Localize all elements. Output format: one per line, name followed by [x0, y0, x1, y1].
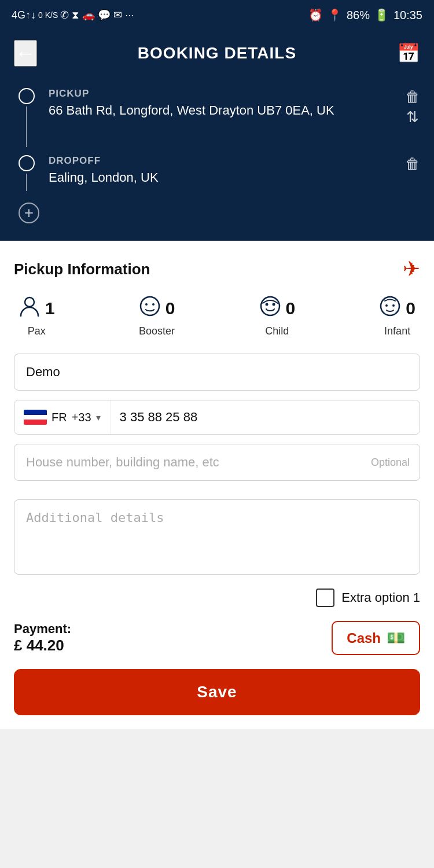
cash-label: Cash	[347, 630, 381, 646]
pax-count: 1	[45, 299, 55, 318]
pickup-row: PICKUP 66 Bath Rd, Longford, West Drayto…	[14, 88, 420, 149]
dropoff-info: DROPOFF Ealing, London, UK	[49, 155, 396, 187]
page-title: BOOKING DETAILS	[138, 44, 296, 62]
battery-icon: 🔋	[374, 8, 389, 22]
booster-icon-count: 0	[139, 295, 175, 322]
child-label: Child	[265, 325, 289, 337]
child-icon-count: 0	[259, 295, 296, 322]
svg-point-6	[272, 303, 275, 306]
svg-point-8	[385, 304, 388, 307]
plane-icon: ✈	[403, 257, 420, 281]
status-left: 4G↑↓ 0 K/S ✆ ⧗ 🚗 💬 ✉ ···	[12, 9, 134, 21]
pickup-info-header: Pickup Information ✈	[14, 257, 420, 281]
infant-count: 0	[406, 299, 415, 318]
pax-face-icon	[19, 295, 41, 322]
phone-dial-code: +33	[72, 411, 91, 424]
pickup-info-title: Pickup Information	[14, 260, 150, 278]
phone-input[interactable]	[111, 400, 420, 434]
phone-row: FR +33 ▾	[14, 400, 420, 435]
pax-icon-count: 1	[19, 295, 55, 322]
swap-button[interactable]: ⇅	[406, 108, 419, 126]
france-flag	[24, 410, 47, 425]
pickup-dot-inner	[24, 93, 30, 99]
infant-icon-count: 0	[379, 295, 415, 322]
payment-amount: £ 44.20	[14, 637, 71, 654]
svg-point-9	[392, 304, 395, 307]
misc-icons: ✆ ⧗ 🚗 💬 ✉ ···	[60, 9, 134, 21]
svg-point-4	[261, 297, 279, 315]
dropoff-address: Ealing, London, UK	[49, 169, 396, 187]
booster-count: 0	[165, 299, 175, 318]
booster-face-icon	[139, 295, 161, 322]
dropoff-dot-inner	[24, 160, 30, 166]
dropoff-delete-button[interactable]: 🗑	[405, 155, 420, 173]
dropoff-label: DROPOFF	[49, 155, 396, 167]
save-button[interactable]: Save	[14, 669, 420, 715]
pickup-info: PICKUP 66 Bath Rd, Longford, West Drayto…	[49, 88, 396, 120]
name-input[interactable]	[14, 354, 420, 391]
calendar-icon[interactable]: 📅	[397, 42, 420, 64]
svg-point-0	[25, 297, 34, 307]
pax-label: Pax	[28, 325, 46, 337]
phone-country-selector[interactable]: FR +33 ▾	[14, 400, 111, 434]
booster-label: Booster	[139, 325, 175, 337]
additional-details-input[interactable]	[14, 499, 420, 575]
route-section: PICKUP 66 Bath Rd, Longford, West Drayto…	[0, 76, 434, 241]
payment-row: Payment: £ 44.20 Cash 💵	[14, 621, 420, 655]
back-button[interactable]: ←	[14, 40, 37, 67]
location-icon: 📍	[328, 8, 342, 22]
cash-icon: 💵	[387, 629, 405, 647]
pickup-address: 66 Bath Rd, Longford, West Drayton UB7 0…	[49, 102, 396, 120]
payment-label: Payment:	[14, 621, 71, 637]
extra-option-row: Extra option 1	[14, 589, 420, 607]
dropoff-dot-col	[14, 155, 39, 193]
route-line-2	[26, 174, 27, 191]
house-input[interactable]	[14, 444, 420, 481]
svg-point-1	[141, 297, 159, 315]
header: ← BOOKING DETAILS 📅	[0, 30, 434, 76]
battery-percent: 86%	[347, 9, 370, 22]
passenger-booster[interactable]: 0 Booster	[139, 295, 175, 337]
alarm-icon: ⏰	[308, 8, 323, 22]
infant-face-icon	[379, 295, 401, 322]
speed-indicator: 0 K/S	[38, 10, 58, 20]
pickup-delete-button[interactable]: 🗑	[405, 88, 420, 106]
payment-info: Payment: £ 44.20	[14, 621, 71, 654]
dropoff-row: DROPOFF Ealing, London, UK 🗑	[14, 155, 420, 193]
status-bar: 4G↑↓ 0 K/S ✆ ⧗ 🚗 💬 ✉ ··· ⏰ 📍 86% 🔋 10:35	[0, 0, 434, 30]
svg-point-3	[152, 303, 155, 306]
child-face-icon	[259, 295, 281, 322]
phone-country-code: FR	[52, 411, 67, 424]
phone-dropdown-arrow: ▾	[96, 412, 101, 423]
white-section: Pickup Information ✈ 1 Pax	[0, 241, 434, 729]
pickup-label: PICKUP	[49, 88, 396, 100]
passenger-infant[interactable]: 0 Infant	[379, 295, 415, 337]
optional-label: Optional	[371, 457, 410, 469]
svg-point-2	[145, 303, 148, 306]
route-line-1	[26, 106, 27, 147]
passenger-child[interactable]: 0 Child	[259, 295, 296, 337]
passengers-row: 1 Pax 0 Booster	[14, 295, 420, 337]
dropoff-dot	[19, 155, 35, 171]
cash-payment-button[interactable]: Cash 💵	[332, 621, 420, 655]
infant-label: Infant	[384, 325, 410, 337]
add-stop-button[interactable]: +	[19, 203, 39, 223]
child-count: 0	[286, 299, 296, 318]
extra-option-checkbox[interactable]	[316, 589, 334, 607]
passenger-pax[interactable]: 1 Pax	[19, 295, 55, 337]
time-display: 10:35	[393, 9, 422, 22]
svg-point-5	[265, 303, 268, 306]
signal-icon: 4G↑↓	[12, 9, 36, 21]
pickup-dot	[19, 88, 35, 104]
pickup-dot-col	[14, 88, 39, 149]
status-right: ⏰ 📍 86% 🔋 10:35	[308, 8, 422, 22]
extra-option-label: Extra option 1	[341, 590, 420, 605]
house-input-wrapper: Optional	[14, 444, 420, 481]
add-stop-row: +	[14, 199, 420, 223]
